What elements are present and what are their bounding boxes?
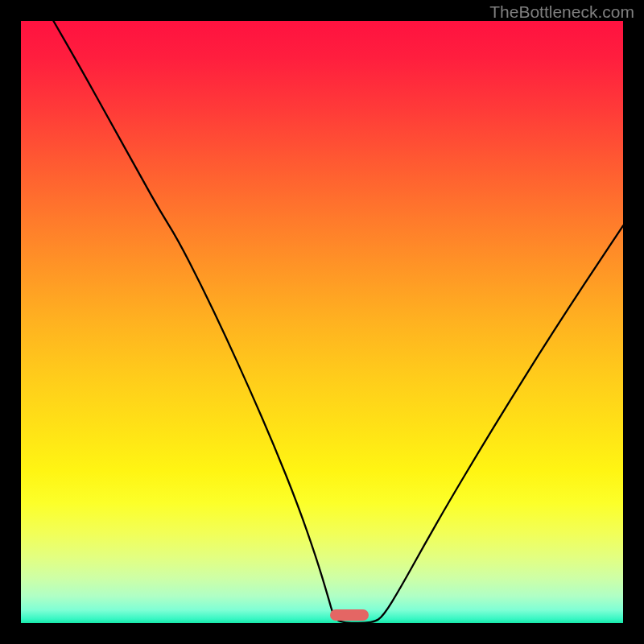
chart-frame: TheBottleneck.com (0, 0, 644, 644)
watermark-text: TheBottleneck.com (489, 2, 634, 22)
sweet-spot-marker (330, 609, 369, 621)
gradient-background (21, 21, 623, 623)
